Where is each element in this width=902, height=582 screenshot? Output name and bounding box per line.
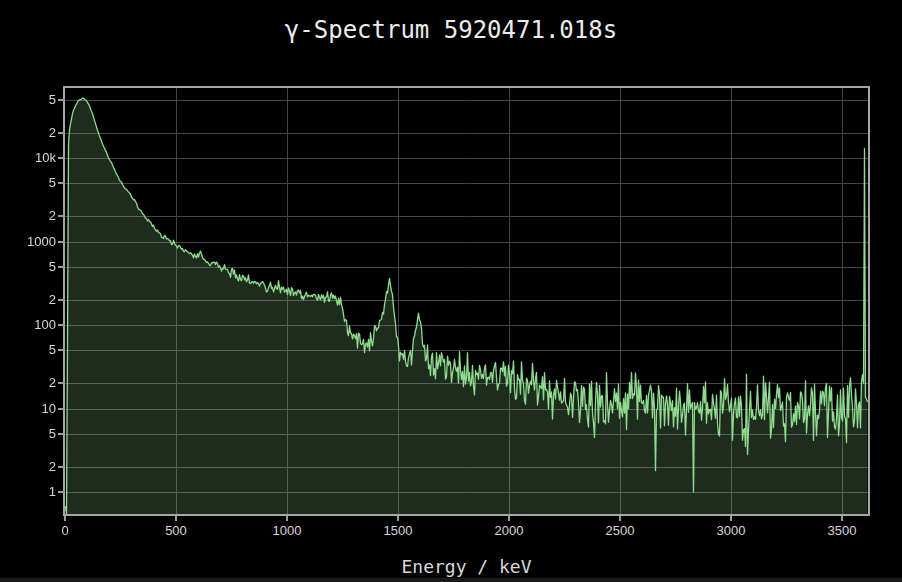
y-tick-label: 10k bbox=[0, 150, 56, 166]
y-tick-label: 100 bbox=[0, 317, 56, 333]
y-tick-mark bbox=[58, 382, 65, 384]
y-tick-mark bbox=[58, 182, 65, 184]
y-tick-label: 1000 bbox=[0, 234, 56, 250]
y-tick-mark bbox=[58, 349, 65, 351]
y-tick-mark bbox=[58, 299, 65, 301]
y-tick-mark bbox=[58, 324, 65, 326]
x-tick-mark bbox=[64, 516, 66, 521]
x-tick-label: 2500 bbox=[598, 523, 642, 539]
y-tick-label: 2 bbox=[0, 292, 56, 308]
y-tick-mark bbox=[58, 157, 65, 159]
x-tick-label: 1500 bbox=[376, 523, 420, 539]
x-tick-mark bbox=[508, 516, 510, 521]
x-tick-label: 3000 bbox=[709, 523, 753, 539]
y-tick-mark bbox=[58, 215, 65, 217]
x-tick-mark bbox=[397, 516, 399, 521]
spectrum-plot-canvas[interactable] bbox=[65, 88, 868, 514]
y-tick-label: 10 bbox=[0, 401, 56, 417]
x-tick-mark bbox=[286, 516, 288, 521]
spectrum-window: γ-Spectrum 5920471.018s Events / 6940912… bbox=[0, 0, 902, 582]
x-axis-title: Energy / keV bbox=[65, 556, 868, 577]
window-bottom-edge bbox=[0, 577, 902, 582]
y-tick-mark bbox=[58, 241, 65, 243]
y-tick-mark bbox=[58, 408, 65, 410]
y-tick-label: 2 bbox=[0, 459, 56, 475]
x-tick-label: 0 bbox=[43, 523, 87, 539]
y-tick-label: 5 bbox=[0, 342, 56, 358]
y-tick-label: 2 bbox=[0, 125, 56, 141]
y-tick-mark bbox=[58, 433, 65, 435]
chart-title: γ-Spectrum 5920471.018s bbox=[0, 16, 902, 44]
x-tick-mark bbox=[730, 516, 732, 521]
x-tick-label: 1000 bbox=[265, 523, 309, 539]
y-tick-label: 5 bbox=[0, 426, 56, 442]
y-tick-label: 5 bbox=[0, 175, 56, 191]
x-tick-mark bbox=[175, 516, 177, 521]
y-tick-mark bbox=[58, 466, 65, 468]
y-tick-mark bbox=[58, 266, 65, 268]
y-tick-label: 2 bbox=[0, 375, 56, 391]
x-tick-mark bbox=[619, 516, 621, 521]
y-tick-label: 5 bbox=[0, 259, 56, 275]
x-tick-label: 3500 bbox=[820, 523, 864, 539]
x-tick-mark bbox=[841, 516, 843, 521]
y-tick-mark bbox=[58, 99, 65, 101]
x-tick-label: 2000 bbox=[487, 523, 531, 539]
y-tick-label: 5 bbox=[0, 92, 56, 108]
y-tick-mark bbox=[58, 491, 65, 493]
x-tick-label: 500 bbox=[154, 523, 198, 539]
y-tick-mark bbox=[58, 132, 65, 134]
y-tick-label: 1 bbox=[0, 484, 56, 500]
y-tick-label: 2 bbox=[0, 208, 56, 224]
